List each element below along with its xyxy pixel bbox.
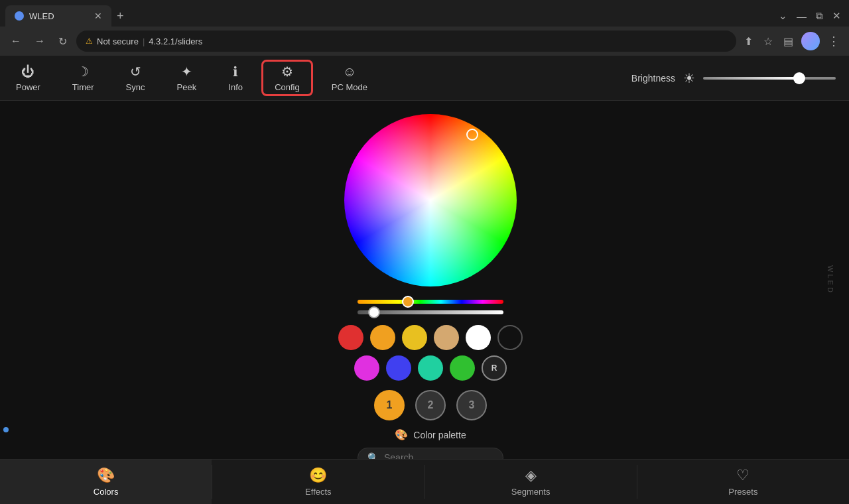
left-indicator-dot	[3, 427, 9, 432]
nav-actions: ⬆ ☆ ▤ ⋮	[742, 31, 842, 51]
swatch-white[interactable]	[466, 325, 491, 350]
nav-label-peek: Peek	[177, 82, 197, 92]
color-wheel[interactable]	[344, 114, 517, 286]
swatch-cyan[interactable]	[418, 355, 443, 381]
search-bar[interactable]: 🔍	[358, 448, 503, 459]
nav-label-info: Info	[228, 82, 243, 92]
effects-label: Effects	[305, 487, 332, 497]
swatch-random[interactable]: R	[482, 355, 507, 381]
minimize-button[interactable]: —	[794, 8, 809, 25]
color-slot-2[interactable]: 2	[415, 390, 446, 420]
palette-section[interactable]: 🎨 Color palette	[395, 428, 466, 441]
white-slider[interactable]	[358, 310, 503, 314]
presets-label: Presets	[728, 487, 757, 497]
profile-avatar[interactable]	[801, 32, 820, 50]
search-input[interactable]	[384, 452, 493, 459]
swatches-section: R	[338, 325, 523, 381]
info-icon: ℹ	[233, 64, 238, 80]
nav-item-peek[interactable]: ✦ Peek	[161, 57, 213, 99]
reader-view-button[interactable]: ▤	[781, 32, 796, 50]
new-tab-button[interactable]: +	[117, 9, 124, 23]
address-bar[interactable]: ⚠ Not secure | 4.3.2.1/sliders	[76, 31, 736, 52]
nav-item-power[interactable]: ⏻ Power	[0, 58, 56, 99]
close-button[interactable]: ✕	[830, 7, 844, 25]
bottom-nav-presets[interactable]: ♡ Presets	[637, 460, 849, 504]
colors-label: Colors	[94, 487, 119, 497]
palette-icon: 🎨	[395, 428, 408, 441]
bookmark-button[interactable]: ☆	[761, 32, 775, 50]
tab-favicon	[15, 11, 24, 21]
peek-icon: ✦	[181, 64, 192, 80]
color-picker-handle[interactable]	[466, 129, 478, 141]
top-nav: ⏻ Power ☽ Timer ↺ Sync ✦ Peek ℹ Info ⚙ C…	[0, 56, 849, 101]
nav-item-timer[interactable]: ☽ Timer	[56, 57, 110, 99]
nav-label-timer: Timer	[72, 82, 94, 92]
swatch-magenta[interactable]	[354, 355, 379, 381]
nav-label-sync: Sync	[126, 82, 145, 92]
swatch-green[interactable]	[450, 355, 475, 381]
browser-chrome: WLED ✕ + ⌄ — ⧉ ✕ ← → ↻ ⚠ Not secure | 4.…	[0, 0, 849, 56]
security-warning-icon: ⚠	[86, 36, 93, 46]
pcmode-icon: ☺	[343, 64, 356, 80]
slot-2-label: 2	[428, 399, 434, 411]
hue-slider[interactable]	[358, 300, 503, 304]
bottom-nav-colors[interactable]: 🎨 Colors	[0, 460, 212, 504]
brightness-section: Brightness ☀	[631, 70, 849, 86]
swatch-orange[interactable]	[370, 325, 395, 350]
color-slot-1[interactable]: 1	[374, 390, 405, 420]
tab-overflow-button[interactable]: ⌄	[776, 7, 790, 25]
nav-item-sync[interactable]: ↺ Sync	[110, 57, 161, 99]
swatches-row-2: R	[354, 355, 507, 381]
nav-item-pcmode[interactable]: ☺ PC Mode	[316, 58, 383, 99]
nav-item-info[interactable]: ℹ Info	[212, 57, 259, 99]
left-sidebar	[0, 101, 12, 459]
bottom-nav: 🎨 Colors 😊 Effects ◈ Segments ♡ Presets	[0, 459, 849, 504]
tab-title: WLED	[29, 11, 54, 21]
maximize-button[interactable]: ⧉	[813, 7, 826, 25]
main-area: R 1 2 3 🎨 Color palette	[0, 101, 849, 459]
swatches-row-1	[338, 325, 523, 350]
color-slots: 1 2 3	[374, 390, 487, 420]
power-icon: ⏻	[21, 64, 34, 80]
swatch-red[interactable]	[338, 325, 363, 350]
center-content: R 1 2 3 🎨 Color palette	[12, 101, 849, 459]
swatch-black[interactable]	[497, 325, 523, 350]
config-icon: ⚙	[281, 64, 293, 80]
swatch-blue[interactable]	[386, 355, 411, 381]
back-button[interactable]: ←	[7, 32, 25, 50]
nav-label-config: Config	[275, 82, 300, 92]
swatch-yellow[interactable]	[402, 325, 427, 350]
palette-label: Color palette	[413, 430, 466, 440]
reload-button[interactable]: ↻	[54, 32, 71, 50]
tab-close-button[interactable]: ✕	[94, 11, 102, 21]
segments-icon: ◈	[525, 467, 537, 484]
menu-button[interactable]: ⋮	[825, 31, 842, 51]
nav-label-pcmode: PC Mode	[332, 82, 367, 92]
brightness-slider[interactable]	[703, 77, 836, 80]
colors-icon: 🎨	[97, 467, 115, 484]
timer-icon: ☽	[77, 64, 89, 80]
segments-label: Segments	[511, 487, 551, 497]
swatch-warm-white[interactable]	[434, 325, 459, 350]
nav-item-config[interactable]: ⚙ Config	[259, 57, 316, 99]
brightness-label: Brightness	[631, 73, 675, 84]
browser-tab[interactable]: WLED ✕	[5, 5, 111, 27]
bottom-nav-effects[interactable]: 😊 Effects	[212, 460, 424, 504]
wled-watermark: WLED	[826, 265, 834, 294]
search-icon: 🔍	[367, 452, 379, 459]
presets-icon: ♡	[736, 467, 750, 484]
sync-icon: ↺	[130, 64, 141, 80]
browser-nav-bar: ← → ↻ ⚠ Not secure | 4.3.2.1/sliders ⬆ ☆…	[0, 27, 849, 56]
forward-button[interactable]: →	[31, 32, 49, 50]
app-content: ⏻ Power ☽ Timer ↺ Sync ✦ Peek ℹ Info ⚙ C…	[0, 56, 849, 504]
slot-1-label: 1	[387, 399, 393, 411]
share-button[interactable]: ⬆	[742, 32, 755, 50]
color-wheel-wrapper[interactable]	[344, 114, 517, 286]
tab-bar: WLED ✕ + ⌄ — ⧉ ✕	[0, 0, 849, 27]
slot-3-label: 3	[469, 399, 475, 411]
url-text: 4.3.2.1/sliders	[149, 36, 202, 46]
bottom-nav-segments[interactable]: ◈ Segments	[425, 460, 637, 504]
color-slot-3[interactable]: 3	[456, 390, 487, 420]
slider-section	[358, 300, 503, 314]
url-not-secure-label: Not secure	[97, 36, 139, 46]
